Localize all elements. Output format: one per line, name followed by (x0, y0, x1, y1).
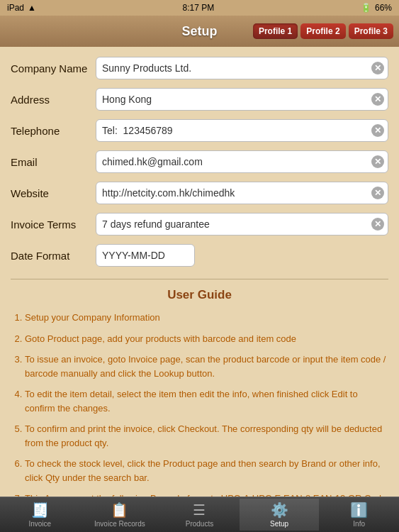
address-wrap: ✕ (96, 88, 388, 111)
battery-icon: 🔋 (361, 3, 371, 13)
guide-item-5: To confirm and print the invoice, click … (25, 422, 388, 450)
website-row: Website ✕ (11, 180, 388, 206)
tab-bar: 🧾 Invoice 📋 Invoice Records ☰ Products ⚙… (0, 497, 399, 532)
tab-invoice-label: Invoice (28, 520, 51, 528)
tab-setup[interactable]: ⚙️ Setup (240, 499, 320, 531)
website-clear[interactable]: ✕ (371, 187, 384, 199)
date-format-row: Date Format (11, 243, 388, 268)
company-name-label: Company Name (11, 62, 96, 74)
date-format-wrap (96, 244, 388, 267)
address-clear[interactable]: ✕ (371, 93, 384, 106)
email-wrap: ✕ (96, 150, 388, 173)
status-time: 8:17 PM (183, 3, 215, 13)
invoice-terms-clear[interactable]: ✕ (371, 218, 384, 231)
tab-invoice-records-label: Invoice Records (94, 520, 145, 528)
email-row: Email ✕ (11, 149, 388, 174)
invoice-terms-wrap: ✕ (96, 213, 388, 235)
profile-button-group: Profile 1 Profile 2 Profile 3 (253, 23, 393, 39)
guide-item-7: This App support the following Barcode f… (25, 492, 388, 497)
invoice-terms-input[interactable] (96, 213, 388, 235)
telephone-clear[interactable]: ✕ (371, 124, 384, 137)
wifi-icon: ▲ (28, 3, 36, 13)
tab-info-label: Info (353, 520, 365, 528)
products-icon: ☰ (193, 501, 206, 519)
company-name-clear[interactable]: ✕ (371, 62, 384, 74)
company-name-wrap: ✕ (96, 57, 388, 79)
page-title: Setup (181, 24, 217, 39)
address-input[interactable] (96, 88, 388, 111)
tab-setup-label: Setup (270, 520, 288, 528)
guide-item-6: To check the stock level, click the Prod… (25, 457, 388, 484)
date-format-label: Date Format (11, 250, 96, 262)
telephone-label: Telephone (11, 125, 96, 137)
status-bar: iPad ▲ 8:17 PM 🔋 66% (0, 0, 399, 16)
ipad-label: iPad (7, 3, 24, 13)
section-divider (11, 279, 388, 279)
company-name-input[interactable] (96, 57, 388, 79)
tab-products[interactable]: ☰ Products (159, 499, 240, 531)
tab-products-label: Products (186, 520, 213, 528)
guide-item-3: To issue an invoice, goto Invoice page, … (25, 353, 388, 380)
profile-2-button[interactable]: Profile 2 (300, 23, 345, 39)
website-input[interactable] (96, 182, 388, 204)
profile-1-button[interactable]: Profile 1 (253, 23, 298, 39)
invoice-terms-row: Invoice Terms ✕ (11, 211, 388, 237)
guide-item-1: Setup your Company Information (25, 311, 388, 325)
email-label: Email (11, 156, 96, 168)
guide-list: Setup your Company Information Goto Prod… (11, 311, 388, 497)
tab-invoice[interactable]: 🧾 Invoice (0, 499, 80, 531)
user-guide-title: User Guide (11, 288, 388, 302)
invoice-icon: 🧾 (31, 501, 49, 519)
form-section: Company Name ✕ Address ✕ Telephone ✕ Ema… (11, 55, 388, 268)
tab-invoice-records[interactable]: 📋 Invoice Records (80, 499, 160, 531)
status-left: iPad ▲ (7, 3, 36, 13)
profile-3-button[interactable]: Profile 3 (349, 23, 393, 39)
telephone-wrap: ✕ (96, 119, 388, 142)
header: Setup Profile 1 Profile 2 Profile 3 (0, 16, 399, 47)
company-name-row: Company Name ✕ (11, 55, 388, 81)
guide-item-4: To edit the item detail, select the item… (25, 387, 388, 415)
email-input[interactable] (96, 150, 388, 173)
guide-item-2: Goto Product page, add your products wit… (25, 332, 388, 346)
main-content: Company Name ✕ Address ✕ Telephone ✕ Ema… (0, 47, 399, 497)
email-clear[interactable]: ✕ (371, 155, 384, 168)
setup-icon: ⚙️ (271, 501, 288, 519)
user-guide-section: User Guide Setup your Company Informatio… (11, 288, 388, 497)
battery-label: 66% (375, 3, 392, 13)
address-row: Address ✕ (11, 87, 388, 112)
status-right: 🔋 66% (361, 3, 392, 13)
tab-info[interactable]: ℹ️ Info (319, 499, 399, 531)
telephone-input[interactable] (96, 119, 388, 142)
date-format-input[interactable] (96, 244, 195, 267)
website-label: Website (11, 187, 96, 199)
telephone-row: Telephone ✕ (11, 118, 388, 143)
info-icon: ℹ️ (350, 501, 368, 519)
website-wrap: ✕ (96, 182, 388, 204)
invoice-terms-label: Invoice Terms (11, 218, 96, 231)
address-label: Address (11, 94, 96, 106)
invoice-records-icon: 📋 (111, 501, 128, 519)
